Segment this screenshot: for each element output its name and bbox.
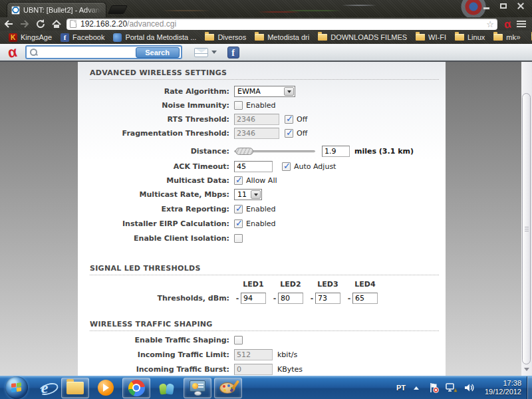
multicast-data-checkbox[interactable] <box>234 176 243 185</box>
row-ack-timeout: ACK Timeout: Auto Adjust <box>78 160 446 173</box>
internet-explorer-icon: e <box>41 379 49 397</box>
paint-icon <box>219 380 237 396</box>
avira-toolbar: α Search f <box>0 44 532 62</box>
browser-menu-button[interactable] <box>517 21 526 27</box>
volume-icon[interactable] <box>464 382 475 393</box>
page-scrollbar[interactable] <box>521 62 532 376</box>
bookmark-folder-linux[interactable]: Linux <box>455 33 485 41</box>
multicast-rate-label: Multicast Rate, Mbps: <box>78 190 234 199</box>
minimize-button[interactable] <box>477 1 495 11</box>
chevron-down-icon <box>284 87 294 96</box>
bookmark-folder-metodista-dri[interactable]: Metodista dri <box>255 33 309 41</box>
folder-icon <box>416 34 425 41</box>
url-text[interactable]: 192.168.2.20/advanced.cgi <box>80 19 176 29</box>
new-tab-button[interactable] <box>108 5 128 14</box>
hidden-icons-button[interactable] <box>414 384 419 390</box>
taskbar-paint-button[interactable] <box>214 378 242 398</box>
search-input[interactable] <box>41 47 136 57</box>
ack-timeout-input[interactable] <box>234 161 273 172</box>
search-button[interactable]: Search <box>136 47 180 58</box>
extra-reporting-checkbox[interactable] <box>234 205 243 213</box>
avira-extension-icon[interactable]: α <box>503 18 512 30</box>
extra-reporting-label: Extra Reporting: <box>78 205 234 213</box>
incoming-traffic-limit-input[interactable] <box>234 349 273 360</box>
action-center-flag-icon[interactable] <box>428 382 439 393</box>
led3-threshold-input[interactable] <box>315 293 340 304</box>
home-button[interactable] <box>49 18 64 30</box>
row-enable-traffic-shaping: Enable Traffic Shaping: <box>78 334 446 346</box>
scrollbar-down-arrow-icon[interactable] <box>524 368 529 374</box>
client-isolation-checkbox[interactable] <box>234 234 243 243</box>
bookmark-star-icon[interactable]: ☆ <box>486 20 494 29</box>
rts-off-checkbox[interactable] <box>285 115 293 124</box>
bookmark-folder-downloads-filmes[interactable]: DOWNLOADS FILMES <box>318 33 407 41</box>
back-button[interactable] <box>1 18 16 30</box>
facebook-toolbar-icon[interactable]: f <box>227 47 239 59</box>
close-icon <box>517 3 524 9</box>
enable-traffic-shaping-checkbox[interactable] <box>234 336 243 344</box>
address-bar[interactable]: 192.168.2.20/advanced.cgi ☆ <box>66 19 497 30</box>
close-button[interactable] <box>512 1 529 11</box>
folder-icon <box>493 34 503 41</box>
taskbar-internet-explorer-button[interactable]: e <box>31 378 59 398</box>
avira-searchbox[interactable]: Search <box>25 45 182 59</box>
forward-button[interactable] <box>17 18 32 30</box>
noise-immunity-checkbox[interactable] <box>234 101 243 110</box>
fragmentation-threshold-input[interactable] <box>234 128 279 139</box>
bookmark-portal-metodista[interactable]: Portal da Metodista ... <box>113 33 196 42</box>
chrome-icon <box>128 380 145 396</box>
row-noise-immunity: Noise Immunity: Enabled <box>78 99 446 112</box>
distance-unit: miles (3.1 km) <box>354 147 414 156</box>
page-viewport: ADVANCED WIRELESS SETTINGS Rate Algorith… <box>0 62 532 376</box>
led1-threshold-input[interactable] <box>241 293 266 304</box>
taskbar-media-player-button[interactable] <box>92 378 120 398</box>
bookmarks-bar: K KingsAge f Facebook Portal da Metodist… <box>0 31 532 44</box>
multicast-rate-select[interactable]: 11 <box>234 189 262 200</box>
mail-icon[interactable] <box>194 48 208 57</box>
row-rts-threshold: RTS Threshold: Off <box>78 113 446 126</box>
tab-title: UBNT: [Bullet2] - Advanc <box>23 6 102 14</box>
rate-algorithm-select[interactable]: EWMA <box>234 86 295 97</box>
led3-header: LED3 <box>315 280 340 289</box>
taskbar-display-settings-button[interactable] <box>184 378 211 398</box>
slider-handle[interactable] <box>235 148 253 155</box>
row-incoming-traffic-burst: Incoming Traffic Burst: KBytes <box>78 363 446 376</box>
taskbar-messenger-button[interactable] <box>153 378 181 398</box>
browser-navbar: 192.168.2.20/advanced.cgi ☆ α <box>0 17 532 31</box>
fragmentation-off-checkbox[interactable] <box>285 129 293 138</box>
distance-input[interactable] <box>322 146 350 157</box>
maximize-button[interactable] <box>495 1 512 11</box>
start-button[interactable] <box>5 376 28 399</box>
taskbar-windows-explorer-button[interactable] <box>61 378 89 398</box>
bookmark-folder-diversos[interactable]: Diversos <box>205 33 246 41</box>
multicast-data-label: Multicast Data: <box>78 176 234 185</box>
bookmark-folder-mk[interactable]: mk <box>493 33 516 41</box>
taskbar-chrome-button[interactable] <box>122 378 150 398</box>
folder-icon <box>205 34 214 41</box>
noise-immunity-label: Noise Immunity: <box>78 101 234 110</box>
bookmark-kingsage[interactable]: K KingsAge <box>9 33 52 42</box>
installer-eirp-checkbox[interactable] <box>234 219 243 228</box>
folder-icon <box>455 34 464 41</box>
show-desktop-button[interactable] <box>527 376 532 399</box>
network-warning-icon[interactable] <box>446 382 458 393</box>
led2-threshold-input[interactable] <box>278 293 303 304</box>
bookmark-facebook[interactable]: f Facebook <box>61 33 104 42</box>
browser-tab[interactable]: UBNT: [Bullet2] - Advanc <box>7 2 106 17</box>
chevron-down-icon <box>251 190 261 199</box>
row-client-isolation: Enable Client Isolation: <box>78 232 446 245</box>
incoming-traffic-burst-input[interactable] <box>234 364 273 375</box>
bookmarks-overflow-chevron[interactable]: » <box>516 33 521 42</box>
taskbar-clock[interactable]: 17:38 19/12/2012 <box>485 379 521 396</box>
led4-threshold-input[interactable] <box>352 293 378 304</box>
auto-adjust-checkbox[interactable] <box>282 162 291 171</box>
rts-threshold-input[interactable] <box>234 114 279 125</box>
distance-slider[interactable] <box>234 147 315 156</box>
bookmark-folder-wifi[interactable]: WI-FI <box>416 33 446 41</box>
clock-time: 17:38 <box>503 379 521 387</box>
reload-button[interactable] <box>33 18 48 30</box>
mail-dropdown-caret-icon[interactable] <box>211 51 217 57</box>
row-rate-algorithm: Rate Algorithm: EWMA <box>78 85 446 98</box>
language-indicator[interactable]: PT <box>391 384 411 392</box>
scrollbar-thumb[interactable] <box>522 93 531 364</box>
